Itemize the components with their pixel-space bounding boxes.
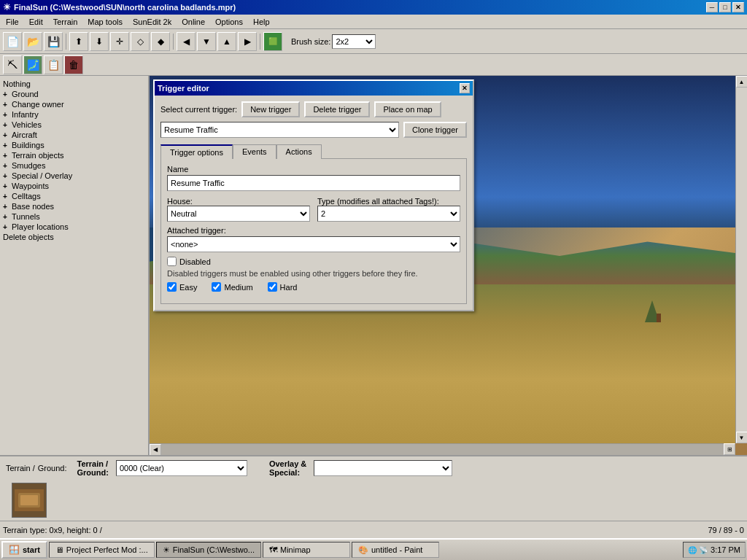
- scroll-up-button[interactable]: ▲: [736, 76, 748, 88]
- tree-special-overlay[interactable]: + Special / Overlay: [1, 171, 147, 181]
- clone-trigger-button[interactable]: Clone trigger: [403, 122, 467, 138]
- trigger-top-row: Select current trigger: New trigger Dele…: [160, 101, 467, 117]
- medium-label: Medium: [224, 283, 252, 292]
- disabled-row: Disabled: [167, 257, 460, 266]
- overlay-dropdown[interactable]: [314, 460, 452, 476]
- tree-terrain-objects[interactable]: + Terrain objects: [1, 150, 147, 160]
- map-area[interactable]: ▲ ▼ ◀ ▶ ⊞ Trigger editor ✕: [150, 76, 747, 455]
- terrain-ground-label-group: Terrain / Ground:: [6, 464, 67, 472]
- taskbar-icon-0: 🖥: [55, 545, 63, 554]
- menu-edit[interactable]: Edit: [25, 16, 47, 28]
- tool2-4[interactable]: 🗑: [64, 55, 83, 74]
- terrain-dropdown[interactable]: 0000 (Clear): [116, 460, 247, 476]
- medium-checkbox[interactable]: [212, 282, 221, 292]
- menu-sunedit[interactable]: SunEdit 2k: [128, 16, 176, 28]
- toolbar-sep-2: [173, 34, 174, 50]
- trigger-select[interactable]: Resume Traffic: [160, 122, 399, 138]
- overlay-amp-label: Overlay &: [269, 459, 306, 468]
- hard-item: Hard: [268, 282, 298, 292]
- tool-10[interactable]: 🟩: [263, 32, 282, 51]
- tool2-3[interactable]: 📋: [44, 55, 63, 74]
- taskbar-label-2: Minimap: [280, 545, 311, 554]
- tree-change-owner[interactable]: + Change owner: [1, 99, 147, 109]
- tool-6[interactable]: ◀: [177, 32, 196, 51]
- tool-2[interactable]: ⬇: [90, 32, 109, 51]
- new-trigger-button[interactable]: New trigger: [241, 101, 300, 117]
- tree-waypoints[interactable]: + Waypoints: [1, 181, 147, 191]
- tree-player-locations[interactable]: + Player locations: [1, 222, 147, 232]
- tool-9[interactable]: ▶: [238, 32, 257, 51]
- type-select[interactable]: 2013: [317, 206, 460, 222]
- taskbar-item-minimap[interactable]: 🗺 Minimap: [263, 542, 350, 558]
- trigger-close-button[interactable]: ✕: [460, 83, 470, 93]
- menu-terrain[interactable]: Terrain: [49, 16, 82, 28]
- delete-trigger-button[interactable]: Delete trigger: [304, 101, 370, 117]
- tool2-1[interactable]: ⛏: [3, 55, 22, 74]
- tree-smudges[interactable]: + Smudges: [1, 160, 147, 171]
- tool-5[interactable]: ◆: [151, 32, 170, 51]
- menu-file[interactable]: File: [1, 16, 23, 28]
- tree-vehicles[interactable]: + Vehicles: [1, 120, 147, 130]
- tree-base-nodes[interactable]: + Base nodes: [1, 201, 147, 211]
- tree-nothing[interactable]: Nothing: [1, 79, 147, 89]
- tree-delete-objects[interactable]: Delete objects: [1, 232, 147, 242]
- new-button[interactable]: 📄: [3, 32, 22, 51]
- attached-select[interactable]: <none>: [167, 236, 460, 252]
- maximize-button[interactable]: □: [719, 2, 731, 12]
- house-select[interactable]: NeutralGDINod: [167, 206, 310, 222]
- tree-ground[interactable]: + Ground: [1, 89, 147, 99]
- tab-events[interactable]: Events: [233, 144, 276, 159]
- taskbar-label-1: FinalSun (C:\Westwo...: [173, 545, 255, 554]
- trigger-title-bar: Trigger editor ✕: [155, 81, 473, 96]
- special-label: Special:: [269, 468, 300, 477]
- menu-options[interactable]: Options: [211, 16, 247, 28]
- taskbar-item-finalsun[interactable]: ☀ FinalSun (C:\Westwo...: [156, 542, 261, 558]
- save-button[interactable]: 💾: [44, 32, 63, 51]
- tree-infantry[interactable]: + Infantry: [1, 109, 147, 120]
- place-on-map-button[interactable]: Place on map: [374, 101, 441, 117]
- toolbar: 📄 📂 💾 ⬆ ⬇ ✛ ◇ ◆ ◀ ▼ ▲ ▶ 🟩 Brush size: 2x…: [0, 29, 747, 54]
- start-button[interactable]: 🪟 start: [1, 541, 47, 559]
- brush-size-select[interactable]: 2x21x13x3: [332, 34, 376, 49]
- tool2-2[interactable]: 🗾: [23, 55, 42, 74]
- easy-checkbox[interactable]: [167, 282, 177, 292]
- windows-icon: 🪟: [9, 545, 20, 555]
- tool-1[interactable]: ⬆: [69, 32, 88, 51]
- scroll-down-button[interactable]: ▼: [736, 432, 748, 443]
- scroll-left-button[interactable]: ◀: [150, 444, 161, 456]
- difficulty-row: Easy Medium Hard: [167, 282, 460, 292]
- tab-actions[interactable]: Actions: [276, 144, 322, 159]
- tool-4[interactable]: ◇: [131, 32, 150, 51]
- terrain-labels: Terrain / Ground:: [77, 459, 109, 477]
- trigger-dropdown-row: Resume Traffic Clone trigger: [160, 122, 467, 138]
- tool-7[interactable]: ▼: [197, 32, 216, 51]
- disabled-checkbox[interactable]: [167, 257, 177, 266]
- menu-help[interactable]: Help: [249, 16, 274, 28]
- tab-trigger-options[interactable]: Trigger options: [160, 144, 233, 159]
- taskbar-item-paint[interactable]: 🎨 untitled - Paint: [352, 542, 439, 558]
- terrain-thumbnail: [12, 483, 47, 518]
- menu-online[interactable]: Online: [177, 16, 209, 28]
- tree-tunnels[interactable]: + Tunnels: [1, 211, 147, 222]
- status-left: Terrain type: 0x9, height: 0 /: [3, 526, 102, 534]
- tree-buildings[interactable]: + Buildings: [1, 140, 147, 150]
- name-input[interactable]: [167, 175, 460, 191]
- hard-checkbox[interactable]: [268, 282, 277, 292]
- tool-8[interactable]: ▲: [217, 32, 236, 51]
- scrollbar-right: ▲ ▼: [735, 76, 747, 443]
- close-button[interactable]: ✕: [732, 2, 744, 12]
- toolbar2: ⛏ 🗾 📋 🗑: [0, 54, 747, 76]
- trigger-tabs: Trigger options Events Actions: [160, 144, 467, 158]
- clock: 3:17 PM: [711, 545, 740, 554]
- scroll-track-h[interactable]: [161, 444, 724, 456]
- minimize-button[interactable]: ─: [706, 2, 718, 12]
- tree-celltags[interactable]: + Celltags: [1, 191, 147, 201]
- open-button[interactable]: 📂: [23, 32, 42, 51]
- bottom-area: Terrain / Ground: Terrain / Ground: 0000…: [0, 455, 747, 521]
- menu-maptools[interactable]: Map tools: [83, 16, 127, 28]
- title-bar-controls: ─ □ ✕: [706, 2, 744, 12]
- tree-aircraft[interactable]: + Aircraft: [1, 130, 147, 140]
- tool-3[interactable]: ✛: [110, 32, 129, 51]
- hard-label: Hard: [280, 283, 298, 292]
- taskbar-item-perfectmod[interactable]: 🖥 Project Perfect Mod :...: [49, 542, 155, 558]
